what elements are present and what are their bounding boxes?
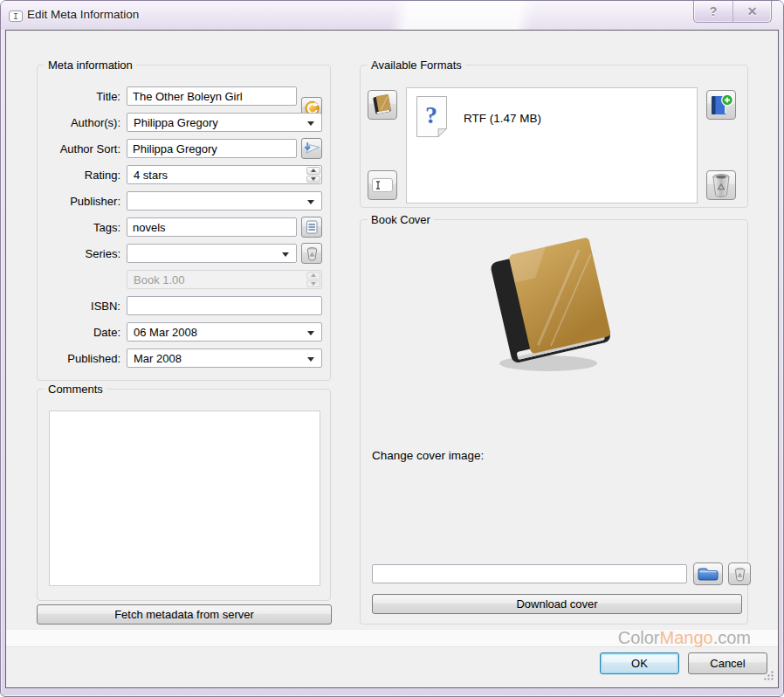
rating-label: Rating: (45, 169, 120, 182)
formats-group-label: Available Formats (368, 59, 465, 72)
auto-author-sort-button[interactable] (301, 138, 322, 159)
tag-list-icon (305, 219, 319, 235)
browse-cover-button[interactable] (693, 562, 723, 585)
window-title: Edit Meta Information (27, 1, 139, 28)
format-label: RTF (1.47 MB) (464, 112, 541, 125)
series-row: Series: (45, 244, 322, 263)
tags-row: Tags: (45, 217, 322, 237)
remove-format-button[interactable] (706, 170, 736, 200)
comments-group: Comments (37, 389, 331, 601)
author-sort-input[interactable] (127, 139, 297, 158)
published-select[interactable]: Mar 2008 (127, 348, 322, 368)
isbn-label: ISBN: (45, 300, 120, 313)
rating-value: 4 stars (134, 169, 168, 182)
meta-information-group: Meta information Title: Author(s): Phili… (37, 65, 331, 381)
isbn-row: ISBN: (45, 296, 322, 315)
title-input[interactable] (127, 86, 297, 106)
set-metadata-from-format-button[interactable] (368, 170, 397, 200)
help-button[interactable]: ? (694, 0, 732, 22)
dialog-window: Edit Meta Information ? ✕ Meta informati… (0, 0, 784, 697)
publisher-select[interactable] (127, 191, 322, 210)
date-select[interactable]: 06 Mar 2008 (127, 322, 322, 342)
spin-up-icon (306, 272, 320, 279)
reset-cover-button[interactable] (728, 562, 751, 585)
date-value: 06 Mar 2008 (134, 326, 197, 339)
close-button[interactable]: ✕ (732, 0, 771, 22)
publisher-row: Publisher: (45, 191, 322, 210)
chevron-down-icon (282, 252, 289, 257)
watermark-mango: Mango (660, 628, 713, 647)
caption-button-group: ? ✕ (693, 0, 772, 23)
publisher-label: Publisher: (45, 195, 120, 208)
svg-text:?: ? (425, 101, 437, 128)
spinner-arrows[interactable] (306, 167, 320, 183)
unknown-format-file-icon: ? (414, 95, 450, 141)
series-index-value: Book 1.00 (134, 273, 185, 286)
add-format-button[interactable] (706, 90, 736, 120)
isbn-input[interactable] (127, 296, 322, 315)
title-label: Title: (45, 90, 120, 103)
watermark: ColorMango.com (6, 629, 778, 647)
tags-label: Tags: (45, 221, 120, 234)
chevron-down-icon (307, 331, 314, 335)
change-cover-label: Change cover image: (372, 449, 484, 462)
author-sort-label: Author Sort: (45, 142, 120, 155)
book-icon (371, 93, 394, 116)
trash-small-icon (306, 246, 319, 261)
formats-list[interactable]: ? RTF (1.47 MB) (406, 87, 698, 204)
authors-row: Author(s): Philippa Gregory (45, 113, 322, 132)
folder-open-icon (697, 566, 719, 582)
comments-group-label: Comments (45, 383, 107, 396)
cancel-button[interactable]: Cancel (688, 652, 767, 674)
rating-row: Rating: 4 stars (45, 165, 322, 184)
spin-up-icon[interactable] (306, 167, 320, 175)
tag-editor-button[interactable] (301, 217, 322, 238)
chevron-down-icon (307, 357, 314, 362)
published-value: Mar 2008 (134, 352, 182, 365)
trash-small-icon (733, 567, 746, 582)
series-index-spinner: Book 1.00 (127, 270, 322, 289)
chevron-down-icon (307, 200, 314, 204)
set-cover-from-format-button[interactable] (368, 90, 397, 120)
cover-group-label: Book Cover (368, 213, 434, 226)
resize-grip[interactable] (763, 669, 774, 685)
published-label: Published: (45, 352, 120, 365)
comments-textarea[interactable] (49, 411, 320, 586)
series-label: Series: (45, 247, 120, 260)
title-bar[interactable]: Edit Meta Information ? ✕ (1, 1, 783, 30)
rating-spinner[interactable]: 4 stars (127, 165, 322, 184)
author-sort-row: Author Sort: (45, 139, 322, 158)
window-icon (9, 10, 23, 25)
series-select[interactable] (127, 244, 297, 263)
format-list-item[interactable]: ? RTF (1.47 MB) (407, 88, 697, 148)
default-book-cover-image (471, 238, 637, 381)
help-icon: ? (710, 4, 718, 18)
spin-down-icon (306, 280, 320, 288)
book-cover-group: Book Cover (360, 219, 748, 625)
date-row: Date: 06 Mar 2008 (45, 322, 322, 342)
cover-path-input[interactable] (372, 564, 687, 583)
clear-series-button[interactable] (301, 243, 322, 264)
download-cover-button[interactable]: Download cover (372, 594, 742, 614)
spinner-arrows (306, 272, 320, 287)
watermark-color: Color (618, 628, 660, 647)
chevron-down-icon (307, 121, 314, 126)
trash-icon (711, 173, 732, 197)
spin-down-icon[interactable] (306, 176, 320, 183)
published-row: Published: Mar 2008 (45, 348, 322, 368)
watermark-dotcom: .com (713, 628, 751, 647)
title-row: Title: (45, 86, 322, 106)
authors-select[interactable]: Philippa Gregory (127, 113, 322, 132)
fetch-metadata-button[interactable]: Fetch metadata from server (37, 604, 332, 625)
ok-button[interactable]: OK (600, 652, 679, 674)
available-formats-group: Available Formats (360, 65, 748, 208)
meta-group-label: Meta information (45, 59, 136, 72)
authors-label: Author(s): (45, 116, 120, 129)
tags-input[interactable] (127, 217, 297, 237)
author-sort-arrow-icon (303, 141, 321, 156)
close-icon: ✕ (747, 4, 758, 18)
dialog-client-area: Meta information Title: Author(s): Phili… (5, 30, 779, 688)
date-label: Date: (45, 326, 120, 339)
authors-value: Philippa Gregory (134, 116, 218, 129)
series-index-row: Book 1.00 (45, 270, 322, 289)
